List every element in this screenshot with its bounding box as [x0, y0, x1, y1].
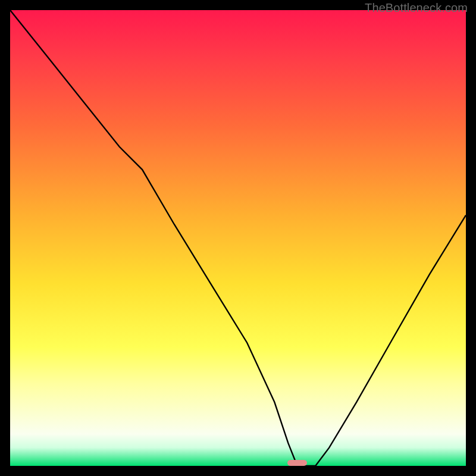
- chart-frame: TheBottleneck.com: [0, 0, 476, 476]
- plot-area: [10, 10, 466, 466]
- bottleneck-curve: [10, 10, 466, 466]
- watermark-text: TheBottleneck.com: [365, 1, 468, 15]
- optimal-marker: [287, 460, 307, 466]
